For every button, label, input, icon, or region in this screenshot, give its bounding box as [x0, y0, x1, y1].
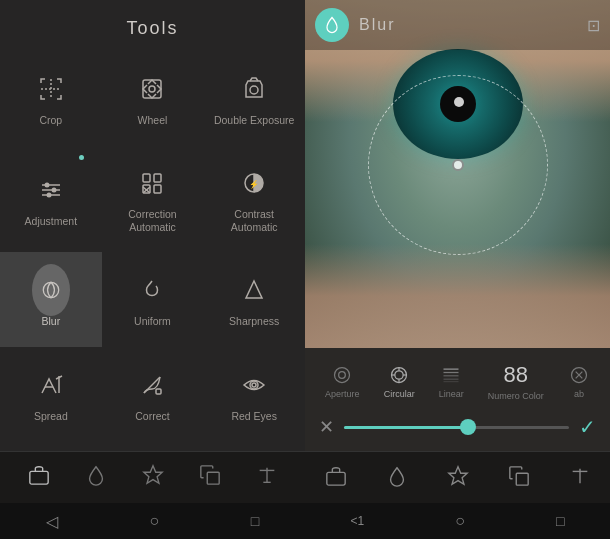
- tool-correct[interactable]: Correct: [102, 347, 204, 441]
- blur-type-linear[interactable]: Linear: [433, 360, 470, 403]
- tool-contrast-auto[interactable]: ⚡ Contrast Automatic: [203, 145, 305, 252]
- slider-fill: [344, 426, 468, 429]
- tool-crop[interactable]: Crop: [0, 51, 102, 145]
- right-text-icon[interactable]: [569, 465, 591, 491]
- spread-icon: [32, 366, 70, 404]
- tools-grid: Crop Wheel: [0, 51, 305, 441]
- tool-adjustment[interactable]: Adjustment: [0, 145, 102, 252]
- copy-icon[interactable]: [199, 464, 221, 491]
- photo-area: Blur ⊡: [305, 0, 610, 348]
- blur-type-circular[interactable]: Circular: [378, 360, 421, 403]
- tool-red-eyes[interactable]: Red Eyes: [203, 347, 305, 441]
- compare-icon[interactable]: ⊡: [587, 16, 600, 35]
- tool-sharpness[interactable]: Sharpness: [203, 252, 305, 346]
- extra-blur-label: ab: [574, 389, 584, 399]
- svg-rect-11: [143, 174, 150, 182]
- right-drop-icon[interactable]: [386, 465, 408, 491]
- circular-icon: [388, 364, 410, 386]
- tool-adjustment-label: Adjustment: [25, 215, 78, 228]
- tool-correct-label: Correct: [135, 410, 169, 423]
- svg-point-3: [149, 86, 155, 92]
- right-briefcase-icon[interactable]: [325, 465, 347, 491]
- svg-point-30: [335, 368, 350, 383]
- svg-point-24: [252, 383, 256, 387]
- tool-double-exposure[interactable]: Double Exposure: [203, 51, 305, 145]
- blur-controls: Aperture Circular: [305, 348, 610, 451]
- blur-type-extra[interactable]: ab: [562, 360, 596, 403]
- svg-point-8: [44, 182, 49, 187]
- double-exposure-icon: [235, 70, 273, 108]
- bottom-toolbar-right: [305, 451, 610, 503]
- tool-uniform[interactable]: Uniform: [102, 252, 204, 346]
- right-panel: Blur ⊡ Aperture: [305, 0, 610, 539]
- adjustment-dot: [79, 155, 84, 160]
- blur-slider-row: ✕ ✓: [305, 409, 610, 445]
- tool-spread[interactable]: Spread: [0, 347, 102, 441]
- drop-icon[interactable]: [85, 464, 107, 491]
- tool-correction-auto[interactable]: Correction Automatic: [102, 145, 204, 252]
- svg-rect-44: [326, 472, 344, 485]
- sharpness-icon: [235, 271, 273, 309]
- right-home-icon[interactable]: ○: [455, 512, 465, 530]
- nav-bar-right: <1 ○ □: [305, 503, 610, 539]
- svg-point-31: [339, 372, 346, 379]
- blur-center-dot[interactable]: [452, 159, 464, 171]
- svg-rect-22: [156, 389, 161, 394]
- tool-double-exposure-label: Double Exposure: [214, 114, 295, 127]
- close-button[interactable]: ✕: [319, 416, 334, 438]
- tool-blur-label: Blur: [41, 315, 60, 328]
- blur-slider[interactable]: [344, 426, 569, 429]
- blur-number-display: 88 Numero Color: [482, 358, 550, 405]
- confirm-button[interactable]: ✓: [579, 415, 596, 439]
- star-icon[interactable]: [142, 464, 164, 491]
- tool-crop-label: Crop: [39, 114, 62, 127]
- svg-marker-21: [246, 281, 262, 298]
- blur-value: 88: [504, 362, 528, 388]
- svg-rect-12: [154, 174, 161, 182]
- linear-label: Linear: [439, 389, 464, 399]
- svg-point-10: [46, 192, 51, 197]
- recent-nav-icon[interactable]: □: [251, 513, 259, 529]
- extra-blur-icon: [568, 364, 590, 386]
- svg-rect-2: [143, 80, 161, 98]
- aperture-label: Aperture: [325, 389, 360, 399]
- tool-spread-label: Spread: [34, 410, 68, 423]
- blur-circle-overlay[interactable]: [368, 75, 548, 255]
- home-nav-icon[interactable]: ○: [149, 512, 159, 530]
- text-icon[interactable]: [256, 464, 278, 491]
- numero-color-label: Numero Color: [488, 391, 544, 401]
- right-copy-icon[interactable]: [508, 465, 530, 491]
- tool-wheel[interactable]: Wheel: [102, 51, 204, 145]
- svg-point-23: [250, 381, 258, 389]
- svg-rect-14: [154, 185, 161, 193]
- svg-rect-25: [29, 471, 47, 484]
- tool-red-eyes-label: Red Eyes: [231, 410, 277, 423]
- tool-correction-label: Correction Automatic: [110, 208, 196, 233]
- blur-type-aperture[interactable]: Aperture: [319, 360, 366, 403]
- blur-teal-circle[interactable]: [315, 8, 349, 42]
- blur-header: Blur ⊡: [305, 0, 610, 50]
- svg-marker-45: [448, 466, 466, 483]
- tool-blur[interactable]: Blur: [0, 252, 102, 346]
- bottom-toolbar-left: [0, 451, 305, 503]
- svg-point-4: [250, 86, 258, 94]
- right-star-icon[interactable]: [447, 465, 469, 491]
- blur-icon: [32, 271, 70, 309]
- blur-panel-title: Blur: [359, 16, 587, 34]
- back-nav-icon[interactable]: ◁: [46, 512, 58, 531]
- eye-lower-lid: [305, 244, 610, 348]
- svg-rect-46: [516, 473, 528, 485]
- svg-text:⚡: ⚡: [249, 179, 259, 189]
- right-back-icon[interactable]: <1: [351, 514, 365, 528]
- red-eyes-icon: [235, 366, 273, 404]
- correction-icon: [133, 164, 171, 202]
- slider-thumb[interactable]: [460, 419, 476, 435]
- blur-type-row: Aperture Circular: [305, 354, 610, 409]
- linear-icon: [440, 364, 462, 386]
- svg-rect-27: [207, 472, 219, 484]
- right-recent-icon[interactable]: □: [556, 513, 564, 529]
- svg-point-20: [43, 282, 58, 297]
- svg-marker-26: [143, 466, 161, 483]
- briefcase-icon[interactable]: [28, 464, 50, 491]
- tool-uniform-label: Uniform: [134, 315, 171, 328]
